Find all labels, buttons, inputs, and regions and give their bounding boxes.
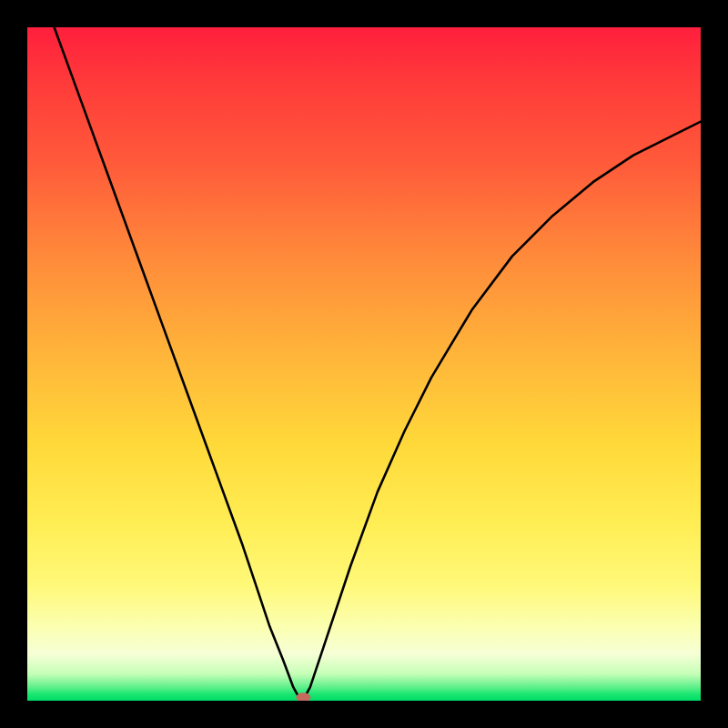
curve-line [55,27,701,700]
chart-frame [27,27,701,701]
chart-svg [27,27,701,701]
watermark-text: TheBottleneck.com [533,4,721,27]
